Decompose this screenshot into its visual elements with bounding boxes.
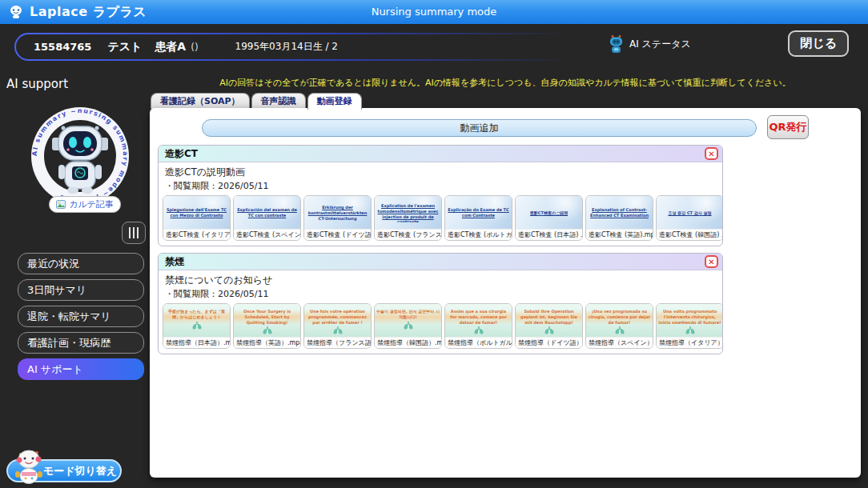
video-thumbnail-title: Explicación del examen de TC con contras… bbox=[235, 207, 299, 218]
video-filename: 造影CT検査 (フランス… bbox=[375, 229, 441, 240]
video-filename: 禁煙指導（イタリア）… bbox=[657, 337, 723, 348]
lungs-icon bbox=[332, 326, 344, 334]
video-thumbnail-title: Once Your Surgery is Scheduled, Start by… bbox=[235, 309, 299, 325]
app-header: Laplace ラプラス Nursing summary mode bbox=[0, 0, 868, 24]
video-thumbnail-card[interactable]: Assim que a sua cirurgia for marcada, co… bbox=[444, 303, 512, 349]
video-thumbnail-card[interactable]: 造影CT検査のご説明 造影CT検査 (日本語) … bbox=[515, 195, 583, 241]
video-filename: 造影CT検査 (イタリア) … bbox=[163, 229, 230, 240]
close-button[interactable]: 閉じる bbox=[788, 30, 849, 57]
ai-status-robot-icon bbox=[609, 34, 624, 54]
video-thumbnail-title: Una volta programmato l'intervento chiru… bbox=[658, 309, 721, 325]
video-filename: 造影CT検査 (スペイン… bbox=[234, 229, 300, 240]
video-thumbnail-card[interactable]: Once Your Surgery is Scheduled, Start by… bbox=[233, 303, 301, 349]
video-thumbnail-title: Une fois votre opération programmée, com… bbox=[306, 309, 369, 325]
sidebar-item-3day-summary[interactable]: 3日間サマリ bbox=[18, 279, 144, 301]
tab-video-registration[interactable]: 動画登録 bbox=[307, 93, 362, 110]
video-filename: 禁煙指導（フランス語… bbox=[304, 337, 371, 348]
video-section: 造影CT ✕ 造影CTの説明動画 ・閲覧期限：2026/05/11 Spiega… bbox=[158, 145, 723, 246]
video-filename: 禁煙指導（英語）.mp4 bbox=[234, 337, 300, 348]
sidebar-item-recent-status[interactable]: 最近の状況 bbox=[18, 253, 144, 274]
video-thumbnail-card[interactable]: Spiegazione dell'Esame TC con Mezzo di C… bbox=[163, 195, 231, 241]
lungs-icon bbox=[544, 326, 555, 334]
sidebar-item-ai-support[interactable]: AI サポート bbox=[18, 358, 144, 380]
video-thumbnail-card[interactable]: ¡Una vez programada su cirugía, comience… bbox=[585, 303, 653, 349]
close-section-button[interactable]: ✕ bbox=[705, 147, 718, 160]
drawer-handle-button[interactable] bbox=[122, 222, 146, 244]
tab-nursing-record-soap[interactable]: 看護記録（SOAP） bbox=[151, 93, 250, 109]
video-thumbnail-card[interactable]: 手術が決まったら、まずは「禁煙」からはじめましょう！ 禁煙指導（日本語）.mp4 bbox=[163, 303, 231, 349]
video-thumbnail-image: 조영 증강 CT 검사 설명 bbox=[657, 196, 723, 229]
mode-switch-button[interactable]: モード切り替え bbox=[6, 459, 122, 482]
video-thumbnail-image: Explicação do Exame de TC com Contraste bbox=[445, 196, 512, 229]
video-thumbnail-title: Spiegazione dell'Esame TC con Mezzo di C… bbox=[165, 207, 228, 218]
video-section-header: 禁煙 ✕ bbox=[159, 254, 722, 270]
karte-article-label: カルテ記事 bbox=[69, 198, 114, 210]
patient-birth-info: 1995年03月14日生 / 2 bbox=[235, 40, 338, 54]
close-icon: ✕ bbox=[708, 258, 714, 266]
video-thumbnail-row: Spiegazione dell'Esame TC con Mezzo di C… bbox=[159, 192, 722, 246]
video-thumbnail-title: 手術が決まったら、まずは「禁煙」からはじめましょう！ bbox=[165, 309, 228, 320]
video-thumbnail-card[interactable]: Sobald Ihre Operation geplant ist, begin… bbox=[515, 303, 583, 349]
sidebar-nav: 最近の状況 3日間サマリ 退院・転院サマリ 看護計画・現病歴 AI サポート bbox=[18, 253, 144, 385]
app-logo: Laplace ラプラス bbox=[8, 4, 147, 21]
video-thumbnail-card[interactable]: Explication de l'examen tomodensitométri… bbox=[374, 195, 442, 241]
video-filename: 禁煙指導（スペイン）… bbox=[586, 337, 653, 348]
patient-id: 15584765 bbox=[34, 41, 91, 53]
video-thumbnail-image: Une fois votre opération programmée, com… bbox=[304, 304, 371, 337]
karte-article-badge[interactable]: カルテ記事 bbox=[49, 196, 121, 213]
video-thumbnail-title: 조영 증강 CT 검사 설명 bbox=[668, 210, 711, 216]
patient-name: 患者A bbox=[155, 40, 186, 54]
video-filename: 禁煙指導（韓国語）.m… bbox=[375, 337, 441, 348]
video-thumbnail-image: Once Your Surgery is Scheduled, Start by… bbox=[234, 304, 300, 337]
video-section-expiry: ・閲覧期限：2026/05/11 bbox=[165, 180, 716, 192]
ai-mascot: AI summary ~nursing summary mode~ powere… bbox=[28, 104, 132, 208]
sidebar-item-care-plan[interactable]: 看護計画・現病歴 bbox=[18, 332, 144, 354]
video-section-expiry: ・閲覧期限：2026/05/11 bbox=[165, 288, 716, 300]
video-registration-panel: 動画追加 QR発行 造影CT ✕ 造影CTの説明動画 ・閲覧期限：2026/05… bbox=[150, 108, 861, 478]
video-thumbnail-title: Explicação do Exame de TC com Contraste bbox=[447, 207, 510, 218]
video-section-description: 禁煙についてのお知らせ bbox=[165, 274, 716, 287]
video-thumbnail-image: 造影CT検査のご説明 bbox=[516, 196, 582, 229]
sidebar-title: AI support bbox=[6, 77, 68, 91]
lungs-icon bbox=[473, 326, 484, 334]
image-icon bbox=[56, 200, 66, 209]
lungs-icon bbox=[403, 322, 414, 330]
video-thumbnail-card[interactable]: Explanation of Contrast-Enhanced CT Exam… bbox=[585, 195, 653, 241]
video-thumbnail-image: Sobald Ihre Operation geplant ist, begin… bbox=[516, 304, 582, 337]
video-thumbnail-card[interactable]: Explicación del examen de TC con contras… bbox=[233, 195, 301, 241]
video-thumbnail-image: 수술이 결정되면, 먼저 금연부터 시작합시다! bbox=[375, 304, 441, 337]
qr-issue-button[interactable]: QR発行 bbox=[767, 115, 809, 139]
video-filename: 造影CT検査 (英語).mp4 bbox=[586, 229, 653, 240]
lungs-icon bbox=[191, 322, 203, 330]
video-thumbnail-image: Erklärung der kontrastmittelverstärkten … bbox=[304, 196, 371, 229]
video-thumbnail-image: Explicación del examen de TC con contras… bbox=[234, 196, 300, 229]
video-filename: 禁煙指導（ドイツ語）… bbox=[516, 337, 582, 348]
video-thumbnail-image: Explication de l'examen tomodensitométri… bbox=[375, 196, 441, 229]
video-thumbnail-image: Spiegazione dell'Esame TC con Mezzo di C… bbox=[163, 196, 230, 229]
sidebar-item-discharge-summary[interactable]: 退院・転院サマリ bbox=[18, 306, 144, 327]
robot-logo-icon bbox=[8, 4, 24, 20]
video-thumbnail-card[interactable]: Une fois votre opération programmée, com… bbox=[303, 303, 372, 349]
video-section-header: 造影CT ✕ bbox=[159, 146, 722, 162]
tab-bar: 看護記録（SOAP） 音声認識 動画登録 bbox=[151, 93, 362, 110]
video-section: 禁煙 ✕ 禁煙についてのお知らせ ・閲覧期限：2026/05/11 手術が決まっ… bbox=[158, 253, 723, 354]
patient-name-paren: () bbox=[191, 42, 198, 53]
video-thumbnail-image: Explanation of Contrast-Enhanced CT Exam… bbox=[586, 196, 653, 229]
video-filename: 禁煙指導（ポルトガル… bbox=[445, 337, 512, 348]
patient-name-kana: テスト bbox=[107, 40, 142, 54]
lungs-icon bbox=[614, 326, 625, 334]
video-thumbnail-card[interactable]: Una volta programmato l'intervento chiru… bbox=[656, 303, 723, 349]
video-thumbnail-title: 수술이 결정되면, 먼저 금연부터 시작합시다! bbox=[376, 309, 440, 320]
video-filename: 禁煙指導（日本語）.mp4 bbox=[163, 337, 230, 348]
add-video-button[interactable]: 動画追加 bbox=[202, 119, 757, 137]
video-thumbnail-card[interactable]: Erklärung der kontrastmittelverstärkten … bbox=[303, 195, 372, 241]
video-thumbnail-card[interactable]: Explicação do Exame de TC com Contraste … bbox=[444, 195, 512, 241]
video-thumbnail-title: Assim que a sua cirurgia for marcada, co… bbox=[447, 309, 510, 325]
video-thumbnail-card[interactable]: 조영 증강 CT 검사 설명 造影CT検査 (韓国語) … bbox=[656, 195, 723, 241]
video-section-title: 造影CT bbox=[165, 147, 198, 161]
tab-voice-recognition[interactable]: 音声認識 bbox=[251, 93, 306, 109]
video-thumbnail-card[interactable]: 수술이 결정되면, 먼저 금연부터 시작합시다! 禁煙指導（韓国語）.m… bbox=[374, 303, 442, 349]
video-thumbnail-title: Erklärung der kontrastmittelverstärkten … bbox=[306, 205, 369, 221]
close-section-button[interactable]: ✕ bbox=[705, 255, 718, 268]
video-filename: 造影CT検査 (ポルトガ… bbox=[445, 229, 512, 240]
